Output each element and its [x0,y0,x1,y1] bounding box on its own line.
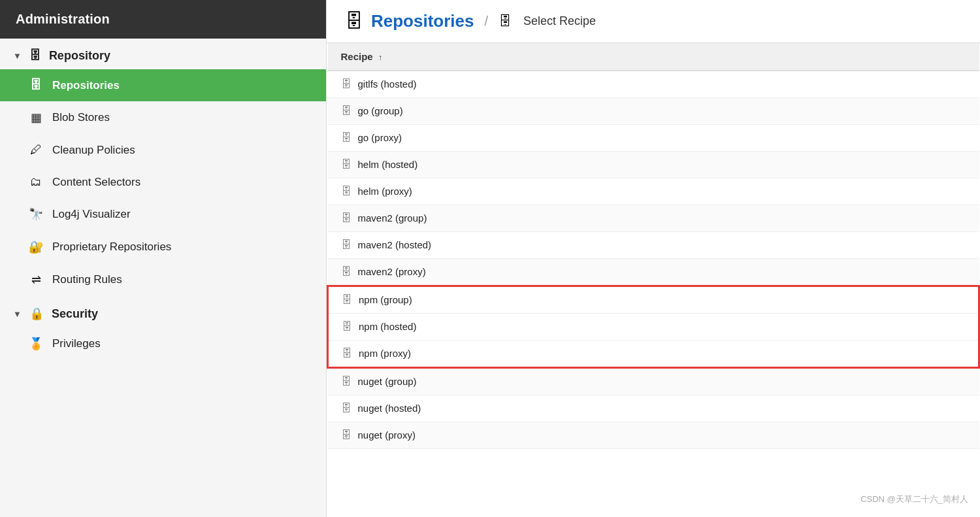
privileges-icon: 🏅 [29,337,43,351]
recipe-cell: 🗄gitlfs (hosted) [328,71,979,98]
blob-stores-icon: ▦ [29,110,43,125]
main-header-icon: 🗄 [345,10,363,32]
table-row[interactable]: 🗄go (group) [328,98,979,125]
row-db-icon: 🗄 [341,403,351,414]
page-title: Repositories [371,11,474,31]
privileges-label: Privileges [52,337,101,350]
cleanup-icon: 🖊 [29,143,43,157]
routing-icon: ⇌ [29,273,43,287]
recipe-name: go (proxy) [358,132,402,143]
main-header: 🗄 Repositories / 🗄 Select Recipe [327,0,980,43]
repository-icon: 🗄 [29,49,41,63]
table-row[interactable]: 🗄helm (hosted) [328,152,979,178]
recipe-cell: 🗄npm (hosted) [328,314,979,341]
recipe-name: npm (group) [359,294,412,305]
breadcrumb-separator: / [485,14,489,29]
blob-stores-label: Blob Stores [52,111,110,124]
admin-title: Administration [16,12,110,26]
breadcrumb-icon: 🗄 [498,14,512,29]
recipe-cell: 🗄maven2 (proxy) [328,259,979,286]
recipe-cell: 🗄npm (proxy) [328,341,979,368]
routing-label: Routing Rules [52,273,122,286]
row-db-icon: 🗄 [341,186,351,197]
row-db-icon: 🗄 [341,159,351,170]
recipe-column-header[interactable]: Recipe ↑ [328,43,979,71]
recipe-name: maven2 (group) [358,212,427,224]
recipe-cell: 🗄npm (group) [328,286,979,314]
recipe-name: npm (hosted) [359,321,416,332]
row-db-icon: 🗄 [341,105,351,116]
table-row[interactable]: 🗄npm (hosted) [328,314,979,341]
table-row[interactable]: 🗄gitlfs (hosted) [328,71,979,98]
recipe-name: go (group) [358,105,403,116]
row-db-icon: 🗄 [341,78,351,90]
table-row[interactable]: 🗄go (proxy) [328,125,979,152]
recipe-name: helm (hosted) [358,159,418,170]
sidebar-section-repository[interactable]: ▼ 🗄 Repository [0,39,326,69]
recipe-cell: 🗄nuget (hosted) [328,395,979,422]
sidebar: Administration ▼ 🗄 Repository 🗄 Reposito… [0,0,327,517]
sidebar-item-log4j[interactable]: 🔭 Log4j Visualizer [0,198,326,231]
row-db-icon: 🗄 [341,212,351,224]
main-content: 🗄 Repositories / 🗄 Select Recipe Recipe … [327,0,980,517]
content-selectors-label: Content Selectors [52,176,140,189]
table-container: Recipe ↑ 🗄gitlfs (hosted)🗄go (group)🗄go … [327,43,980,517]
proprietary-label: Proprietary Repositories [52,241,171,254]
table-row[interactable]: 🗄npm (proxy) [328,341,979,368]
security-label: Security [52,307,98,321]
recipe-cell: 🗄maven2 (hosted) [328,232,979,259]
row-db-icon: 🗄 [341,429,351,441]
sidebar-item-repositories[interactable]: 🗄 Repositories [0,69,326,101]
sidebar-item-privileges[interactable]: 🏅 Privileges [0,327,326,360]
content-selectors-icon: 🗂 [29,175,43,189]
table-row[interactable]: 🗄nuget (hosted) [328,395,979,422]
table-row[interactable]: 🗄nuget (proxy) [328,422,979,449]
recipe-name: nuget (proxy) [358,429,416,441]
row-db-icon: 🗄 [341,132,351,143]
row-db-icon: 🗄 [342,294,352,305]
security-arrow-icon: ▼ [13,309,22,319]
recipe-name: nuget (hosted) [358,403,421,414]
table-row[interactable]: 🗄npm (group) [328,286,979,314]
table-row[interactable]: 🗄maven2 (proxy) [328,259,979,286]
table-row[interactable]: 🗄helm (proxy) [328,178,979,205]
recipe-cell: 🗄maven2 (group) [328,205,979,232]
proprietary-icon: 🔐 [29,240,43,254]
sidebar-item-blob-stores[interactable]: ▦ Blob Stores [0,101,326,134]
row-db-icon: 🗄 [341,266,351,277]
recipe-name: gitlfs (hosted) [358,78,417,90]
row-db-icon: 🗄 [342,348,352,359]
breadcrumb-text: Select Recipe [523,14,596,28]
cleanup-label: Cleanup Policies [52,144,135,157]
sort-arrow-icon: ↑ [378,53,382,62]
recipe-name: nuget (group) [358,376,417,387]
repository-arrow-icon: ▼ [13,51,22,61]
table-row[interactable]: 🗄nuget (group) [328,368,979,395]
sidebar-header: Administration [0,0,326,39]
recipe-cell: 🗄helm (hosted) [328,152,979,178]
repositories-icon: 🗄 [29,78,43,92]
recipe-cell: 🗄helm (proxy) [328,178,979,205]
row-db-icon: 🗄 [341,376,351,387]
log4j-icon: 🔭 [29,207,43,222]
row-db-icon: 🗄 [341,239,351,250]
row-db-icon: 🗄 [342,321,352,332]
security-icon: 🔒 [29,307,44,321]
recipe-cell: 🗄go (proxy) [328,125,979,152]
recipes-table: Recipe ↑ 🗄gitlfs (hosted)🗄go (group)🗄go … [327,43,980,449]
log4j-label: Log4j Visualizer [52,208,131,221]
table-row[interactable]: 🗄maven2 (hosted) [328,232,979,259]
recipe-cell: 🗄go (group) [328,98,979,125]
sidebar-item-proprietary-repos[interactable]: 🔐 Proprietary Repositories [0,231,326,263]
table-header-row: Recipe ↑ [328,43,979,71]
table-row[interactable]: 🗄maven2 (group) [328,205,979,232]
sidebar-item-cleanup-policies[interactable]: 🖊 Cleanup Policies [0,134,326,166]
sidebar-item-routing-rules[interactable]: ⇌ Routing Rules [0,263,326,296]
repository-label: Repository [49,49,110,63]
sidebar-section-security[interactable]: ▼ 🔒 Security [0,296,326,327]
watermark: CSDN @天草二十六_简村人 [860,493,968,505]
sidebar-item-content-selectors[interactable]: 🗂 Content Selectors [0,166,326,198]
recipe-name: helm (proxy) [358,186,412,197]
recipe-name: npm (proxy) [359,348,411,359]
recipe-name: maven2 (hosted) [358,239,432,250]
